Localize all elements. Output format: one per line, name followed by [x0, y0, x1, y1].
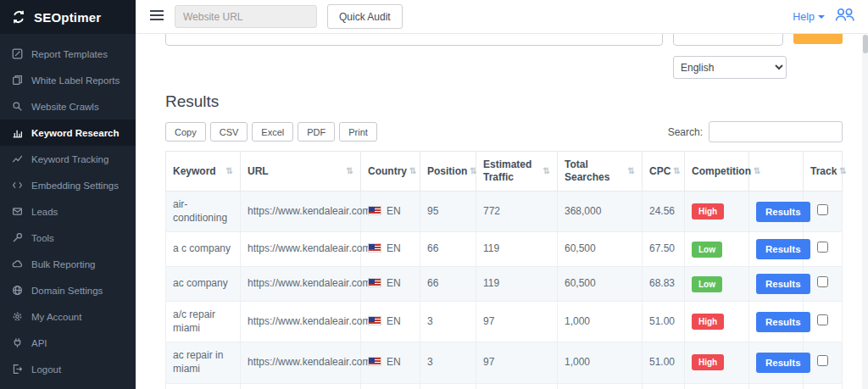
table-header-row: Keyword⇅URL⇅Country⇅Position⇅Estimated T… — [166, 152, 843, 192]
caret-down-icon — [818, 15, 825, 19]
column-header[interactable]: Keyword⇅ — [166, 152, 241, 192]
cell-traffic: 97 — [476, 383, 558, 389]
column-header[interactable]: Total Searches⇅ — [558, 152, 643, 192]
sort-icon[interactable]: ⇅ — [347, 166, 353, 177]
us-flag-icon — [368, 316, 381, 325]
competition-badge: High — [692, 203, 724, 220]
cell-results: Results — [749, 302, 804, 342]
sidebar-item-logout[interactable]: Logout — [0, 356, 136, 382]
cell-url: https://www.kendaleair.com/ — [241, 267, 361, 302]
sort-icon[interactable]: ⇅ — [470, 166, 476, 177]
sort-icon[interactable]: ⇅ — [543, 166, 550, 177]
sidebar-item-label: Keyword Tracking — [31, 154, 108, 164]
cell-country: EN — [361, 192, 420, 232]
cell-keyword: ac repair in miami — [166, 342, 241, 383]
sidebar-item-white-label-reports[interactable]: White Label Reports — [0, 67, 136, 93]
column-header-label: Estimated Traffic — [483, 158, 541, 184]
content: English Results Copy CSV Excel PDF Print… — [136, 34, 868, 389]
sort-icon[interactable]: ⇅ — [628, 166, 635, 177]
cell-cpc: 68.83 — [643, 267, 685, 302]
results-button[interactable]: Results — [756, 239, 810, 259]
cell-searches: 60,500 — [558, 232, 643, 267]
sort-icon[interactable]: ⇅ — [409, 166, 416, 177]
column-header[interactable]: URL⇅ — [241, 152, 361, 192]
column-header-label: Track — [810, 165, 837, 178]
code-brackets-icon — [12, 180, 23, 191]
track-checkbox[interactable] — [817, 276, 828, 287]
track-checkbox[interactable] — [817, 355, 828, 366]
hamburger-menu-icon[interactable] — [149, 9, 164, 25]
column-header[interactable]: CPC⇅ — [643, 152, 685, 192]
pdf-button[interactable]: PDF — [298, 122, 335, 142]
csv-button[interactable]: CSV — [210, 122, 248, 142]
globe-icon — [12, 285, 23, 296]
sidebar-item-label: Leads — [31, 207, 58, 217]
column-header[interactable]: Position⇅ — [420, 152, 476, 192]
column-header[interactable]: Competition⇅ — [685, 152, 749, 192]
logo[interactable]: SEOptimer — [0, 0, 136, 34]
track-checkbox[interactable] — [817, 314, 828, 325]
sidebar-item-embedding-settings[interactable]: Embedding Settings — [0, 172, 136, 198]
keyword-input[interactable] — [165, 34, 663, 46]
column-header[interactable]: Country⇅ — [361, 152, 420, 192]
sidebar-item-report-templates[interactable]: Report Templates — [0, 41, 136, 67]
print-button[interactable]: Print — [339, 122, 377, 142]
sidebar-item-label: Keyword Research — [31, 128, 120, 138]
trend-line-icon — [12, 153, 23, 164]
results-button[interactable]: Results — [756, 274, 810, 294]
submit-button[interactable] — [793, 34, 843, 44]
cell-position: 95 — [420, 192, 476, 232]
competition-badge: Low — [692, 242, 722, 258]
secondary-input[interactable] — [673, 34, 783, 46]
help-menu[interactable]: Help — [793, 11, 825, 23]
sidebar-item-my-account[interactable]: My Account — [0, 303, 136, 330]
sidebar-item-domain-settings[interactable]: Domain Settings — [0, 277, 136, 303]
copy-button[interactable]: Copy — [165, 122, 206, 142]
sidebar-item-keyword-research[interactable]: Keyword Research — [0, 119, 136, 146]
sidebar-item-bulk-reporting[interactable]: Bulk Reporting — [0, 251, 136, 277]
table-toolbar: Copy CSV Excel PDF Print Search: — [165, 121, 843, 142]
cell-cpc: 51.00 — [643, 383, 685, 389]
cell-traffic: 119 — [476, 267, 558, 302]
sort-icon[interactable]: ⇅ — [839, 166, 846, 177]
sort-icon[interactable]: ⇅ — [673, 166, 680, 177]
topbar: Quick Audit Help — [136, 0, 868, 34]
cell-country: EN — [361, 232, 420, 267]
sidebar-item-api[interactable]: API — [0, 330, 136, 356]
scrollbar[interactable] — [862, 35, 868, 389]
language-select[interactable]: English — [673, 56, 787, 79]
column-header-label: Competition — [692, 165, 751, 178]
track-checkbox[interactable] — [817, 204, 828, 215]
track-checkbox[interactable] — [817, 242, 828, 253]
us-flag-icon — [368, 243, 381, 253]
sidebar-item-leads[interactable]: Leads — [0, 198, 136, 225]
scrollbar-thumb[interactable] — [863, 35, 868, 53]
gear-icon — [12, 311, 23, 322]
wrench-icon — [12, 232, 23, 243]
sidebar-item-label: Logout — [31, 364, 61, 375]
cell-results: Results — [749, 192, 804, 232]
app-window: SEOptimer Report Templates White Label R… — [0, 0, 868, 389]
us-flag-icon — [368, 206, 381, 215]
users-icon[interactable] — [835, 8, 855, 25]
sidebar-item-label: Domain Settings — [31, 286, 103, 296]
sidebar-item-tools[interactable]: Tools — [0, 225, 136, 251]
cell-keyword: ac company — [166, 267, 241, 302]
results-button[interactable]: Results — [756, 202, 810, 222]
cell-country: EN — [361, 342, 420, 383]
column-header[interactable]: Track⇅ — [804, 152, 843, 192]
seoptimer-logo-icon — [10, 8, 27, 25]
quick-audit-button[interactable]: Quick Audit — [327, 4, 403, 29]
excel-button[interactable]: Excel — [252, 122, 293, 142]
cell-keyword: a/c repair miami — [166, 302, 241, 342]
sidebar-item-website-crawls[interactable]: Website Crawls — [0, 93, 136, 119]
sort-icon[interactable]: ⇅ — [226, 166, 233, 177]
competition-badge: High — [692, 354, 724, 370]
search-input[interactable] — [709, 121, 843, 142]
sidebar-item-keyword-tracking[interactable]: Keyword Tracking — [0, 146, 136, 172]
results-button[interactable]: Results — [756, 312, 810, 332]
sort-icon[interactable]: ⇅ — [754, 166, 760, 177]
results-button[interactable]: Results — [756, 353, 810, 373]
column-header[interactable]: Estimated Traffic⇅ — [476, 152, 558, 192]
website-url-input[interactable] — [175, 5, 317, 28]
